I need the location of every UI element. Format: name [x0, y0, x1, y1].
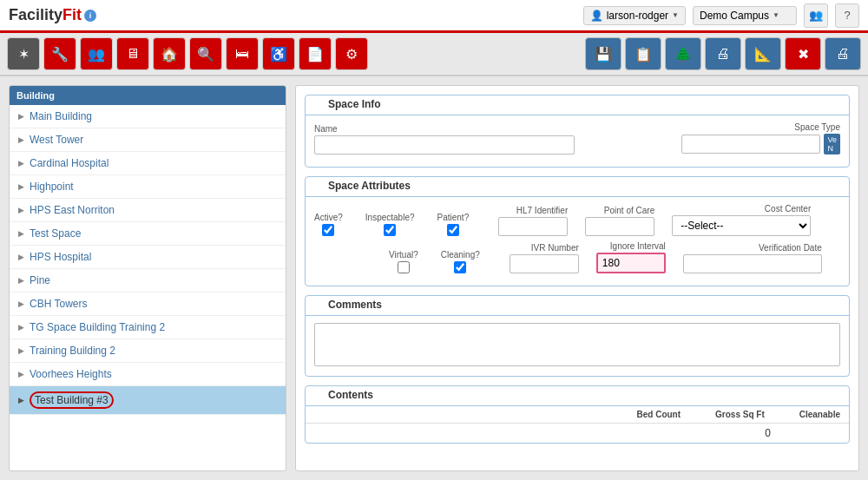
ignore-interval-field-group: Ignore Interval [596, 241, 666, 273]
contents-header: Contents [306, 386, 849, 406]
sidebar-arrow-icon: ▶ [18, 276, 24, 285]
people-tool-button[interactable]: 👥 [80, 37, 113, 70]
sidebar-item-7[interactable]: ▶Pine [10, 269, 286, 293]
layout-button[interactable]: 📐 [745, 37, 781, 70]
help-icon-button[interactable]: ? [835, 3, 859, 28]
active-label: Active? [314, 213, 343, 222]
space-info-header: Space Info [306, 95, 849, 115]
gross-sqft-header: Gross Sq Ft [715, 410, 765, 419]
hl7-input[interactable] [498, 217, 568, 236]
ver-badge: VeN [824, 134, 840, 155]
users-icon-button[interactable]: 👥 [804, 3, 828, 28]
sidebar-item-9[interactable]: ▶TG Space Building Training 2 [10, 316, 286, 339]
comments-body [306, 316, 849, 376]
copy-button[interactable]: 📋 [625, 37, 661, 70]
comments-section: Comments [305, 295, 850, 377]
space-attributes-title: Space Attributes [323, 180, 416, 192]
cleaning-checkbox[interactable] [454, 261, 466, 273]
ivr-input[interactable] [510, 254, 579, 273]
space-type-input[interactable] [681, 135, 820, 154]
verification-date-input[interactable] [683, 254, 822, 273]
sidebar-arrow-icon: ▶ [18, 229, 24, 238]
wrench-tool-button[interactable]: 🔧 [43, 37, 76, 70]
sidebar-item-label: TG Space Building Training 2 [30, 321, 165, 333]
delete-button[interactable]: ✖ [785, 37, 821, 70]
sidebar-selected-label: Test Building #3 [30, 391, 114, 409]
sidebar-arrow-icon: ▶ [18, 135, 24, 144]
campus-dropdown[interactable]: Demo Campus ▼ [693, 6, 797, 25]
sidebar-header: Building [10, 86, 286, 105]
sidebar-item-10[interactable]: ▶Training Building 2 [10, 339, 286, 363]
sidebar-item-1[interactable]: ▶West Tower [10, 128, 286, 152]
export-button[interactable]: 🖨 [825, 37, 861, 70]
ignore-interval-label: Ignore Interval [596, 241, 666, 251]
sidebar-arrow-icon: ▶ [18, 370, 24, 378]
logo-fit: Fit [62, 6, 82, 24]
tree-button[interactable]: 🌲 [665, 37, 701, 70]
sidebar-item-label: HPS Hospital [30, 251, 91, 263]
info-icon[interactable]: i [84, 10, 96, 22]
sidebar-item-12[interactable]: ▶Test Building #3 [10, 386, 286, 415]
sidebar-item-label: Highpoint [30, 181, 74, 193]
app-logo: FacilityFit i [9, 6, 96, 24]
search-tool-button[interactable]: 🔍 [189, 37, 222, 70]
sidebar-item-6[interactable]: ▶HPS Hospital [10, 246, 286, 269]
space-type-field-group: Space Type VeN [681, 122, 840, 155]
main-content: Building ▶Main Building▶West Tower▶Cardi… [9, 85, 859, 471]
sidebar-item-label: HPS East Norriton [30, 204, 115, 216]
ignore-interval-input[interactable] [596, 253, 666, 273]
sidebar-item-2[interactable]: ▶Cardinal Hospital [10, 152, 286, 175]
active-checkbox[interactable] [322, 224, 334, 236]
settings-tool-button[interactable]: ⚙ [335, 37, 368, 70]
hl7-label: HL7 Identifier [498, 206, 568, 215]
contents-title: Contents [323, 389, 378, 401]
contents-col-headers: Bed Count Gross Sq Ft Cleanable [306, 406, 849, 424]
comments-textarea[interactable] [314, 323, 840, 366]
name-field-group: Name [314, 124, 575, 155]
sidebar-item-label: Test Space [30, 227, 81, 240]
cleaning-label: Cleaning? [441, 250, 480, 260]
sidebar-item-3[interactable]: ▶Highpoint [10, 175, 286, 199]
contents-section: Contents Bed Count Gross Sq Ft Cleanable… [305, 385, 850, 444]
inspectable-checkbox[interactable] [384, 224, 396, 236]
sidebar-item-4[interactable]: ▶HPS East Norriton [10, 199, 286, 222]
sidebar-item-8[interactable]: ▶CBH Towers [10, 293, 286, 316]
sidebar-item-11[interactable]: ▶Voorhees Heights [10, 363, 286, 386]
name-input[interactable] [314, 135, 575, 155]
app-header: FacilityFit i 👤 larson-rodger ▼ Demo Cam… [0, 0, 868, 33]
house-tool-button[interactable]: 🏠 [153, 37, 186, 70]
space-attributes-body: Active? Inspectable? Patient? HL7 Identi… [306, 197, 849, 286]
poc-field-group: Point of Care [585, 206, 654, 236]
accessible-tool-button[interactable]: ♿ [262, 37, 295, 70]
sidebar-item-label: Main Building [30, 110, 92, 122]
cost-center-select[interactable]: --Select-- [672, 215, 811, 236]
sidebar-arrow-icon: ▶ [18, 323, 24, 332]
print2-button[interactable]: 🖨 [705, 37, 741, 70]
virtual-checkbox[interactable] [398, 261, 410, 273]
sidebar-item-0[interactable]: ▶Main Building [10, 105, 286, 128]
user-dropdown[interactable]: 👤 larson-rodger ▼ [583, 6, 686, 25]
document-tool-button[interactable]: 📄 [299, 37, 332, 70]
ivr-field-group: IVR Number [510, 243, 579, 273]
space-attributes-section: Space Attributes Active? Inspectable? Pa… [305, 176, 850, 286]
patient-checkbox[interactable] [447, 224, 459, 236]
space-info-title: Space Info [323, 98, 386, 110]
building-sidebar: Building ▶Main Building▶West Tower▶Cardi… [9, 85, 286, 471]
poc-input[interactable] [585, 217, 654, 236]
comments-title: Comments [323, 299, 387, 311]
header-right: 👤 larson-rodger ▼ Demo Campus ▼ 👥 ? [583, 3, 859, 28]
sidebar-arrow-icon: ▶ [18, 253, 24, 261]
bed-tool-button[interactable]: 🛏 [226, 37, 259, 70]
sidebar-item-label: West Tower [30, 134, 83, 146]
comments-header: Comments [306, 296, 849, 316]
bed-count-value: 0 [765, 427, 771, 439]
save-button[interactable]: 💾 [585, 37, 621, 70]
space-info-row: Name Space Type VeN [314, 122, 840, 155]
sidebar-arrow-icon: ▶ [18, 112, 24, 121]
attributes-row2: Virtual? Cleaning? IVR Number Ignore Int… [314, 241, 840, 273]
star-tool-button[interactable]: ✶ [7, 37, 40, 70]
monitor-tool-button[interactable]: 🖥 [116, 37, 149, 70]
sidebar-item-5[interactable]: ▶Test Space [10, 222, 286, 246]
sidebar-arrow-icon: ▶ [18, 206, 24, 214]
sidebar-arrow-icon: ▶ [18, 299, 24, 308]
